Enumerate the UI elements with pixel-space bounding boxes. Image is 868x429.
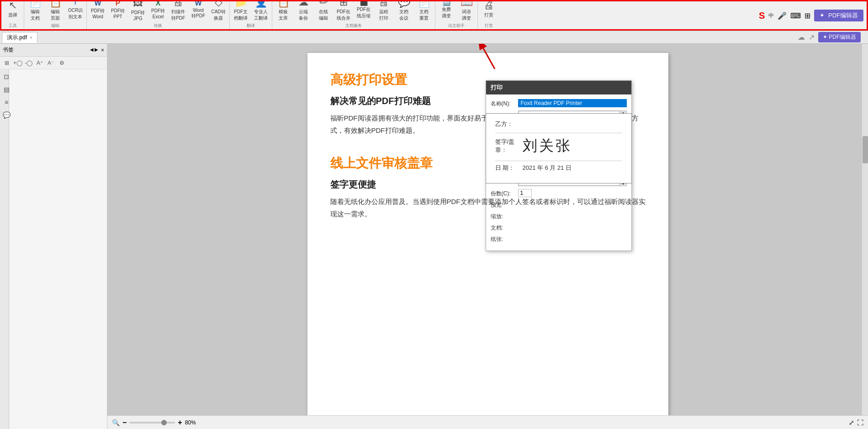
tabbar: 演示.pdf × ☁ ↗ ✦ PDF编辑器: [0, 31, 868, 44]
toolbar-remote-print[interactable]: 🖨 远程打印: [374, 0, 394, 23]
toolbar-query[interactable]: 📖 词语调变: [456, 0, 476, 23]
tabbar-share-icon[interactable]: ↗: [809, 33, 815, 42]
mic-icon[interactable]: 🎤: [778, 11, 787, 20]
fit-width-btn[interactable]: ⤢: [849, 419, 854, 426]
sig-name: 刘关张: [523, 136, 572, 156]
toolbar-scan-to-pdf[interactable]: 🖨 扫描件转PDF: [168, 0, 188, 23]
edit-file-label: 编辑文档: [31, 9, 40, 21]
zoom-slider[interactable]: [129, 422, 175, 424]
toolbar-professional-translate[interactable]: 👤 专业人工翻译: [251, 0, 271, 23]
sohu-logo: S: [759, 10, 765, 21]
panel-close-btn[interactable]: ×: [101, 47, 104, 53]
red-arrow-svg: [470, 44, 506, 71]
toolbar-doc-meeting[interactable]: 💬 文档会议: [394, 0, 414, 23]
cloud-backup-icon: ☁: [298, 0, 308, 8]
toolbar-free[interactable]: 🆓 免费调变: [436, 0, 456, 23]
toolbar-pdf-to-excel[interactable]: X PDF转Excel: [148, 0, 168, 23]
pdf-to-word-label: PDF转Word: [91, 8, 105, 19]
signature-sign-row: 签字/盖章： 刘关张: [495, 136, 622, 156]
grid-icon[interactable]: ⊞: [804, 11, 810, 20]
content-scrollbar[interactable]: [862, 44, 868, 429]
toolbar-pdf-compress[interactable]: ⬛ PDF在线压缩: [354, 0, 374, 23]
pdf-to-ppt-label: PDF转PPT: [111, 8, 125, 19]
toolbar-select-tool[interactable]: ↖ 选择: [3, 0, 23, 23]
professional-translate-icon: 👤: [255, 0, 267, 8]
pdf-editor-icon: ✦: [820, 12, 825, 19]
toolbar-word-to-pdf[interactable]: W Word转PDF: [188, 0, 208, 23]
toolbar-reward[interactable]: 🖨 打赏: [479, 0, 499, 23]
print-name-selected[interactable]: Foxit Reader PDF Printer: [518, 99, 627, 107]
bookmark-expand-btn[interactable]: ⊞: [2, 58, 12, 68]
edit-page-label: 编辑页面: [51, 9, 60, 21]
print-paper-row: 纸张:: [491, 235, 627, 243]
online-edit-label: 在线编辑: [319, 9, 328, 21]
sig-date-value: 2021 年 6 月 21 日: [523, 164, 572, 172]
bookmark-shrink-btn[interactable]: A⁻: [46, 58, 56, 68]
pdf-tab[interactable]: 演示.pdf ×: [2, 32, 37, 43]
keyboard-icon[interactable]: ⌨: [790, 11, 801, 20]
pdf-translate-label: PDF文档翻译: [234, 9, 248, 21]
print-name-value: Foxit Reader PDF Printer: [518, 99, 627, 107]
zoom-minus-btn[interactable]: −: [122, 419, 127, 427]
pdf-editor-button[interactable]: ✦ PDF编辑器: [814, 10, 863, 21]
section-convert-label: 转换: [154, 23, 162, 29]
online-edit-icon: ✏: [319, 0, 328, 8]
fullscreen-btn[interactable]: ⛶: [857, 419, 863, 426]
signature-party-row: 乙方：: [495, 120, 622, 128]
nav-next-btn[interactable]: ▶: [95, 47, 98, 53]
toolbar-pdf-to-word[interactable]: W PDF转Word: [88, 0, 108, 23]
signature-inner: 乙方： 签字/盖章： 刘关张 日 期： 2021 年 6 月 21 日: [486, 114, 631, 183]
left-panel-toolbar: ⊞ +◯ -◯ A⁺ A⁻ ⚙: [0, 57, 107, 69]
left-panel: 书签 ◀ ▶ × ⊞ +◯ -◯ A⁺ A⁻ ⚙ ⊡ ▤ ≡ 💬: [0, 44, 107, 429]
toolbar-cloud-backup[interactable]: ☁ 云端备份: [293, 0, 313, 23]
doc-check-icon: 📄: [418, 0, 430, 8]
pdf-translate-icon: 📁: [235, 0, 247, 8]
toolbar-doc-check[interactable]: 📄 文档重置: [414, 0, 434, 23]
select-label: 选择: [8, 12, 17, 18]
section-docservice-label: 文档服务: [345, 23, 362, 29]
toolbar-pdf-to-ppt[interactable]: P PDF转PPT: [108, 0, 128, 23]
toolbar-template[interactable]: 📋 模板文库: [273, 0, 293, 23]
toolbar-edit-page[interactable]: 📋 编辑页面: [45, 0, 65, 23]
cloud-backup-label: 云端备份: [299, 9, 308, 21]
remote-print-icon: 🖨: [379, 0, 389, 8]
scan-to-pdf-icon: 🖨: [173, 0, 183, 8]
tab-close-btn[interactable]: ×: [30, 35, 32, 40]
print-dialog-title: 打印: [486, 81, 631, 94]
toolbar-cad-to-pdf[interactable]: ◇ CAD转换器: [208, 0, 228, 23]
red-arrow-container: [470, 44, 506, 73]
toolbar-pdf-merge[interactable]: ⊞ PDF在线合并: [333, 0, 354, 23]
nav-arrows: ◀ ▶ ×: [90, 47, 104, 53]
bookmark-expand2-btn[interactable]: A⁺: [35, 58, 45, 68]
tabbar-cloud-icon[interactable]: ☁: [798, 33, 805, 42]
section-stamp: 线上文件审核盖章 签字更便捷 随着无纸化办公应用普及。当遇到使用PDF文档中需要…: [330, 155, 646, 220]
bookmark-add-btn[interactable]: +◯: [13, 58, 23, 68]
scrollbar-thumb: [863, 136, 868, 163]
free-label: 免费调变: [442, 6, 451, 19]
section2-body: 随着无纸化办公应用普及。当遇到使用PDF文档中需要添加个人签名或者标识时，可以通…: [330, 195, 646, 220]
bookmark-settings-btn[interactable]: ⚙: [57, 58, 67, 68]
toolbar-edit-file[interactable]: 📄 编辑文档: [25, 0, 45, 23]
pdf-compress-icon: ⬛: [360, 0, 368, 6]
zoom-icon: 🔍: [112, 419, 120, 426]
left-sidebar-icons: ⊡ ▤ ≡ 💬: [0, 69, 9, 429]
nav-prev-btn[interactable]: ◀: [90, 47, 94, 53]
main-layout: 书签 ◀ ▶ × ⊞ +◯ -◯ A⁺ A⁻ ⚙ ⊡ ▤ ≡ 💬: [0, 44, 868, 429]
bookmark-label: 书签: [3, 46, 14, 54]
svg-line-1: [483, 48, 495, 69]
tabbar-pdf-editor-btn[interactable]: ✦ PDF编辑器: [818, 32, 861, 42]
pdf-merge-icon: ⊞: [339, 0, 348, 8]
reward-label: 打赏: [484, 12, 493, 18]
toolbar-pdf-to-jpg[interactable]: 🖼 PDF转JPG: [128, 0, 148, 23]
section-edit-label: 编辑: [51, 23, 59, 29]
toolbar-pdf-translate[interactable]: 📁 PDF文档翻译: [231, 0, 251, 23]
select-icon: ↖: [9, 0, 17, 11]
toolbar-online-edit[interactable]: ✏ 在线编辑: [313, 0, 333, 23]
toolbar-ocr[interactable]: T OCR识别文本: [65, 0, 85, 23]
chinese-label: 中: [768, 12, 774, 20]
zoom-plus-btn[interactable]: +: [178, 419, 182, 427]
bookmark-remove-btn[interactable]: -◯: [24, 58, 34, 68]
sig-divider: [495, 133, 622, 133]
zoom-controls: 🔍 − + 80%: [112, 419, 196, 427]
print-doc-label: 文档:: [491, 223, 518, 232]
